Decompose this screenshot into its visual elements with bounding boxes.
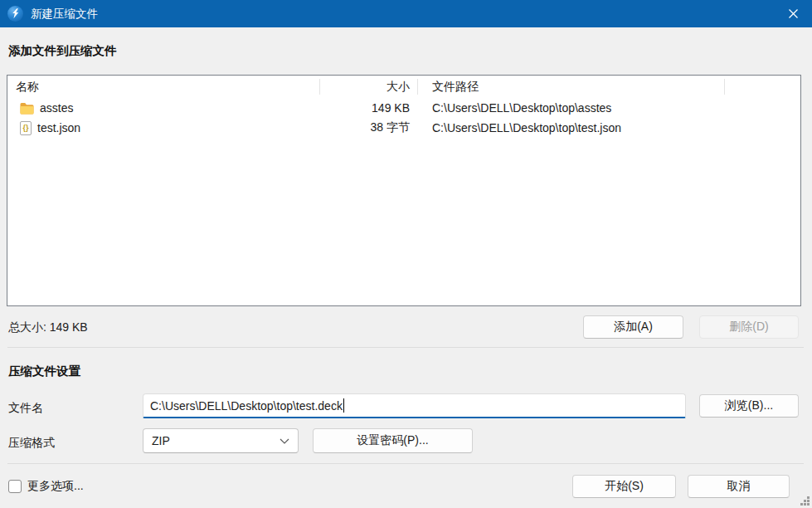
more-options-label: 更多选项... (27, 479, 84, 494)
format-selected-value: ZIP (152, 434, 280, 447)
filename-input[interactable]: C:\Users\DELL\Desktop\top\test.deck (143, 393, 686, 418)
table-row[interactable]: {} test.json 38 字节 C:\Users\DELL\Desktop… (7, 118, 800, 138)
file-list[interactable]: 名称 大小 文件路径 asstes 149 KB C:\Users\DELL\D… (7, 75, 801, 306)
table-row[interactable]: asstes 149 KB C:\Users\DELL\Desktop\top\… (7, 98, 800, 118)
chevron-down-icon (280, 438, 289, 444)
titlebar[interactable]: 新建压缩文件 (0, 0, 812, 27)
file-name: asstes (40, 101, 73, 115)
set-password-button[interactable]: 设置密码(P)... (313, 428, 473, 453)
column-header-path[interactable]: 文件路径 (418, 76, 725, 98)
file-size: 149 KB (320, 101, 418, 115)
resize-grip-icon[interactable] (800, 496, 810, 506)
total-size-label: 总大小: 149 KB (8, 320, 88, 335)
separator (7, 347, 804, 348)
column-header-filler (725, 76, 800, 98)
filename-label: 文件名 (8, 401, 43, 416)
text-caret (343, 398, 345, 413)
filename-value: C:\Users\DELL\Desktop\top\test.deck (150, 399, 343, 413)
file-name: test.json (37, 121, 80, 134)
more-options-toggle[interactable]: 更多选项... (8, 479, 84, 494)
more-options-checkbox[interactable] (8, 480, 22, 493)
window-title: 新建压缩文件 (31, 0, 98, 27)
file-path: C:\Users\DELL\Desktop\top\asstes (418, 101, 800, 115)
delete-button[interactable]: 删除(D) (699, 315, 799, 339)
format-select[interactable]: ZIP (143, 428, 299, 453)
archive-settings-section-header: 压缩文件设置 (8, 364, 80, 379)
close-button[interactable] (774, 0, 812, 27)
column-header-name[interactable]: 名称 (7, 76, 320, 98)
new-archive-dialog: 新建压缩文件 添加文件到压缩文件 名称 大小 文件路径 (0, 0, 812, 508)
folder-icon (20, 102, 34, 115)
browse-button[interactable]: 浏览(B)... (699, 394, 799, 418)
format-label: 压缩格式 (8, 436, 55, 451)
start-button[interactable]: 开始(S) (572, 475, 676, 498)
file-list-header: 名称 大小 文件路径 (7, 76, 800, 98)
json-file-icon: {} (20, 121, 32, 135)
add-files-section-header: 添加文件到压缩文件 (8, 43, 117, 59)
separator (7, 463, 804, 464)
file-path: C:\Users\DELL\Desktop\top\test.json (418, 121, 800, 134)
cancel-button[interactable]: 取消 (688, 475, 790, 498)
column-header-size[interactable]: 大小 (320, 76, 418, 98)
file-size: 38 字节 (320, 120, 418, 135)
add-button[interactable]: 添加(A) (583, 315, 683, 339)
bandizip-lightning-icon (7, 6, 23, 22)
